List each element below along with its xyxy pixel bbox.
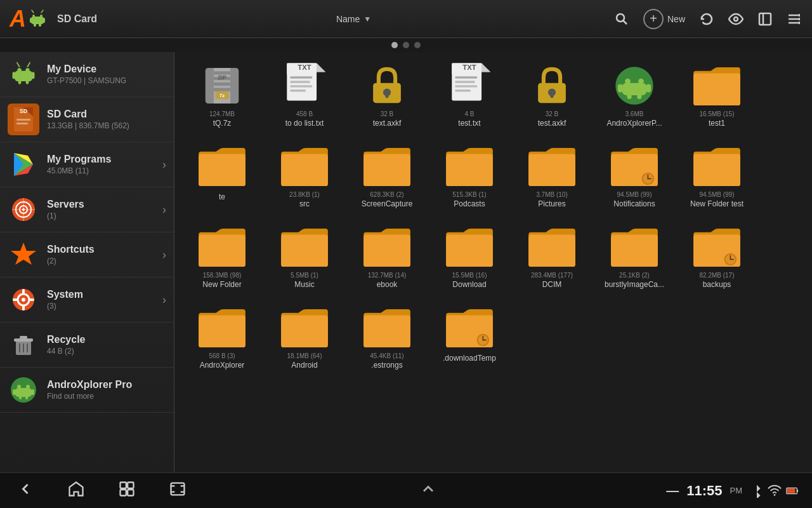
- svg-rect-87: [385, 93, 388, 98]
- dot-1[interactable]: [391, 42, 398, 48]
- file-icon: [691, 64, 742, 108]
- file-item[interactable]: 158.3MB (98) New Folder: [184, 220, 260, 294]
- file-item[interactable]: 3.7MB (10) Pictures: [514, 139, 590, 213]
- server-icon-svg: [9, 195, 38, 224]
- svg-rect-55: [20, 336, 27, 339]
- file-icon: [279, 144, 330, 189]
- svg-rect-103: [622, 83, 647, 95]
- file-item[interactable]: 7z ZIP 124.7MB tQ.7z: [184, 58, 260, 133]
- chevron-right-icon-servers: ›: [162, 203, 166, 217]
- file-item[interactable]: 94.5MB (99) New Folder test: [679, 139, 755, 213]
- file-icon: [691, 225, 742, 269]
- file-item[interactable]: 5.5MB (1) Music: [266, 220, 343, 294]
- file-name: text.axkf: [373, 119, 402, 128]
- file-item[interactable]: .downloadTemp: [431, 300, 508, 375]
- refresh-button[interactable]: [695, 8, 718, 30]
- file-name: backups: [699, 280, 734, 289]
- toolbar-actions: + New: [610, 5, 806, 33]
- topbar: A SD Card Name ▼: [0, 0, 812, 38]
- file-item[interactable]: 15.5MB (16) Download: [431, 220, 508, 294]
- file-icon: [527, 64, 577, 108]
- sidebar-item-my-device[interactable]: My Device GT-P7500 | SAMSUNG: [0, 52, 174, 97]
- svg-rect-94: [455, 85, 477, 87]
- svg-rect-52: [29, 298, 34, 301]
- file-size: 94.5MB (99): [690, 191, 743, 198]
- sidebar-item-androxplorer[interactable]: AndroXplorer Pro Find out more: [0, 368, 174, 413]
- sidebar-item-sd-card[interactable]: SD SD Card 13.3GB | 836.7MB (562): [0, 97, 174, 142]
- file-item[interactable]: 568 B (3) AndroXplorer: [184, 300, 260, 375]
- search-icon: [614, 11, 629, 27]
- back-button[interactable]: [13, 476, 38, 505]
- sidebar-item-recycle[interactable]: Recycle 44 B (2): [0, 323, 174, 368]
- eye-icon: [728, 11, 743, 27]
- file-name: ScreenCapture: [362, 199, 413, 208]
- file-size: 15.5MB (16): [452, 272, 487, 279]
- file-name: .estrongs: [370, 361, 403, 370]
- file-size: 458 B: [285, 110, 324, 117]
- menu-button[interactable]: [783, 8, 806, 30]
- svg-rect-72: [214, 88, 230, 91]
- file-item[interactable]: 515.3KB (1) Podcasts: [431, 139, 508, 213]
- file-item[interactable]: 628.3KB (2) ScreenCapture: [349, 139, 425, 213]
- sidebar-servers-label: Servers: [47, 199, 162, 210]
- new-button[interactable]: + New: [639, 5, 689, 33]
- sidebar-mydevice-sub: GT-P7500 | SAMSUNG: [47, 76, 166, 85]
- sdcard-icon-svg: SD: [9, 105, 38, 134]
- sidebar-item-servers[interactable]: Servers (1) ›: [0, 187, 174, 232]
- logo-letter: A: [10, 8, 26, 30]
- system-icon: [8, 284, 39, 316]
- file-name: tQ.7z: [209, 119, 235, 128]
- file-item[interactable]: 132.7MB (14) ebook: [349, 220, 425, 294]
- svg-rect-32: [16, 119, 30, 121]
- file-item[interactable]: 94.5MB (99) Notifications: [596, 139, 672, 213]
- sidebar-item-my-programs[interactable]: My Programs 45.0MB (11) ›: [0, 142, 174, 187]
- file-item[interactable]: 25.1KB (2) burstlyImageCa...: [596, 220, 672, 294]
- file-item[interactable]: 32 B text.axkf: [349, 58, 425, 133]
- sidebar-toggle-button[interactable]: [754, 8, 776, 30]
- file-item[interactable]: 82.2MB (17) backups: [679, 220, 755, 294]
- svg-rect-49: [22, 289, 25, 294]
- sidebar-andro-sub: Find out more: [47, 392, 166, 401]
- shortcuts-icon: [8, 239, 39, 271]
- file-item[interactable]: 32 B test.axkf: [514, 58, 590, 133]
- file-size: 628.3KB (2): [362, 191, 413, 198]
- svg-text:TXT: TXT: [298, 64, 311, 71]
- file-size: 568 B (3): [200, 352, 245, 359]
- sidebar-item-system[interactable]: System (3) ›: [0, 277, 174, 323]
- bottombar: — 11:55 PM: [0, 472, 812, 508]
- time-display: 11:55: [686, 483, 722, 499]
- status-area: — 11:55 PM: [666, 483, 799, 499]
- file-item[interactable]: 23.8KB (1) src: [266, 139, 343, 213]
- dot-3[interactable]: [414, 42, 421, 48]
- up-directory-button[interactable]: [419, 480, 437, 502]
- file-item[interactable]: 283.4MB (177) DCIM: [514, 220, 590, 294]
- svg-rect-50: [22, 305, 25, 311]
- search-button[interactable]: [610, 8, 633, 30]
- file-item[interactable]: 45.4KB (11) .estrongs: [349, 300, 425, 375]
- svg-rect-71: [214, 83, 230, 86]
- home-button[interactable]: [63, 476, 89, 505]
- file-icon: [362, 225, 412, 269]
- file-item[interactable]: TXT 458 B to do list.txt: [266, 58, 343, 133]
- svg-point-11: [734, 17, 738, 21]
- file-item[interactable]: 18.1MB (64) Android: [266, 300, 343, 375]
- sidebar-servers-sub: (1): [47, 211, 162, 220]
- file-item[interactable]: 16.5MB (15) test1: [679, 58, 755, 133]
- dot-2[interactable]: [403, 42, 409, 48]
- file-name: te: [219, 192, 225, 201]
- svg-rect-120: [121, 482, 126, 488]
- sidebar-item-shortcuts[interactable]: Shortcuts (2) ›: [0, 232, 174, 277]
- sidebar-shortcuts-label: Shortcuts: [47, 244, 162, 255]
- file-item[interactable]: 3.6MB AndroXplorerP...: [596, 58, 672, 133]
- android-logo-icon: [27, 9, 48, 29]
- recent-apps-button[interactable]: [114, 476, 140, 505]
- file-item[interactable]: TXT 4 B test.txt: [431, 58, 508, 133]
- screenshot-button[interactable]: [165, 476, 190, 505]
- sidebar-shortcuts-sub: (2): [47, 257, 162, 265]
- battery-icon: [785, 484, 799, 498]
- svg-rect-124: [171, 483, 185, 495]
- file-item[interactable]: te: [184, 139, 260, 213]
- view-button[interactable]: [724, 8, 747, 30]
- minimize-button[interactable]: —: [666, 483, 679, 498]
- sort-label: Name: [336, 14, 360, 24]
